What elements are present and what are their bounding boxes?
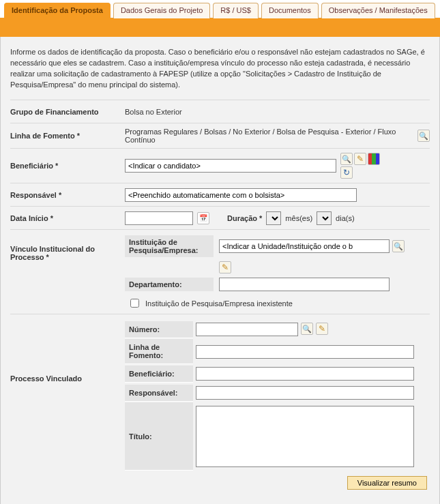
row-linha-fomento: Linha de Fomento * Programas Regulares /… bbox=[10, 123, 430, 148]
departamento-input[interactable] bbox=[219, 278, 390, 291]
label-vinculo: Vínculo Institucional do Processo * bbox=[10, 235, 125, 261]
label-linha-fomento2: Linha de Fomento: bbox=[125, 339, 193, 364]
intro-text: Informe os dados de identificação da pro… bbox=[10, 46, 430, 90]
visualizar-resumo-button[interactable]: Visualizar resumo bbox=[347, 476, 427, 490]
search-icon[interactable] bbox=[417, 130, 430, 142]
label-inst-inexistente: Instituição de Pesquisa/Empresa inexiste… bbox=[145, 299, 293, 308]
row-responsavel: Responsável * bbox=[10, 183, 430, 206]
label-data-inicio: Data Início * bbox=[10, 214, 125, 222]
tab-bar: Identificação da Proposta Dados Gerais d… bbox=[0, 0, 440, 19]
label-beneficiario2: Beneficiário: bbox=[125, 366, 193, 383]
duracao-meses-select[interactable] bbox=[266, 211, 281, 225]
data-inicio-input[interactable] bbox=[125, 211, 193, 225]
duracao-dias-select[interactable] bbox=[317, 211, 332, 225]
tab-rs-us[interactable]: R$ / US$ bbox=[213, 3, 259, 18]
search-icon[interactable] bbox=[392, 240, 405, 252]
row-grupo-financiamento: Grupo de Financiamento Bolsa no Exterior bbox=[10, 100, 430, 123]
numero-input[interactable] bbox=[196, 323, 298, 336]
responsavel2-input[interactable] bbox=[196, 386, 414, 400]
label-departamento: Departamento: bbox=[125, 278, 214, 291]
label-responsavel2: Responsável: bbox=[125, 385, 193, 402]
edit-icon[interactable] bbox=[354, 153, 366, 165]
form-panel: Informe os dados de identificação da pro… bbox=[0, 37, 440, 504]
tab-dados-gerais[interactable]: Dados Gerais do Projeto bbox=[113, 3, 210, 18]
beneficiario-input[interactable] bbox=[125, 159, 336, 173]
refresh-icon[interactable] bbox=[340, 166, 353, 179]
inst-inexistente-checkbox[interactable] bbox=[130, 299, 139, 308]
responsavel-input[interactable] bbox=[125, 188, 357, 202]
instituicao-input[interactable] bbox=[219, 239, 390, 253]
label-meses: mês(es) bbox=[285, 214, 312, 222]
tab-observacoes[interactable]: Observações / Manifestações bbox=[321, 3, 435, 18]
label-grupo: Grupo de Financiamento bbox=[10, 108, 125, 116]
flag-icon[interactable] bbox=[368, 153, 380, 165]
row-beneficiario: Beneficiário * bbox=[10, 148, 430, 183]
edit-icon[interactable] bbox=[219, 261, 231, 273]
label-processo-vinculado: Processo Vinculado bbox=[10, 320, 125, 383]
tab-documentos[interactable]: Documentos bbox=[261, 3, 319, 18]
value-grupo: Bolsa no Exterior bbox=[125, 108, 430, 116]
tab-strip-bg bbox=[0, 19, 440, 37]
label-responsavel: Responsável * bbox=[10, 191, 125, 199]
beneficiario2-input[interactable] bbox=[196, 367, 414, 381]
label-numero: Número: bbox=[125, 321, 193, 338]
label-dias: dia(s) bbox=[336, 214, 355, 222]
value-linha: Programas Regulares / Bolsas / No Exteri… bbox=[125, 128, 413, 144]
titulo-textarea[interactable] bbox=[196, 406, 414, 467]
edit-icon[interactable] bbox=[316, 323, 328, 335]
row-vinculo: Vínculo Institucional do Processo * Inst… bbox=[10, 229, 430, 314]
label-linha: Linha de Fomento * bbox=[10, 132, 125, 140]
label-instituicao: Instituição de Pesquisa/Empresa: bbox=[125, 235, 214, 257]
search-icon[interactable] bbox=[301, 323, 313, 335]
footer-text: Modelo Formulário: Bolsa bbox=[10, 496, 430, 504]
search-icon[interactable] bbox=[340, 153, 353, 165]
linha-fomento-input[interactable] bbox=[196, 345, 414, 359]
label-beneficiario: Beneficiário * bbox=[10, 162, 125, 170]
label-titulo: Título: bbox=[125, 402, 193, 471]
row-processo-vinculado: Processo Vinculado Número: Linha de Fome… bbox=[10, 314, 430, 496]
calendar-icon[interactable] bbox=[197, 212, 209, 224]
tab-identificacao[interactable]: Identificação da Proposta bbox=[4, 3, 111, 18]
label-duracao: Duração * bbox=[227, 214, 262, 222]
row-data-inicio: Data Início * Duração * mês(es) dia(s) bbox=[10, 206, 430, 229]
